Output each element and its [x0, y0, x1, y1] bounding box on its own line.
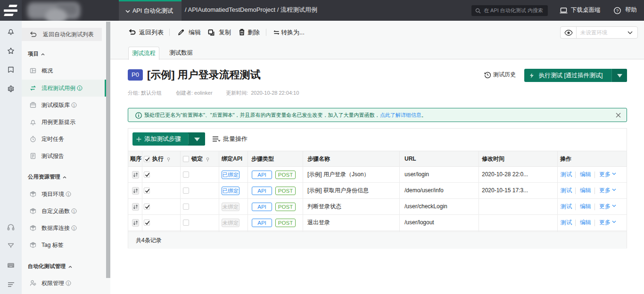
svg-text:?: ? — [616, 8, 619, 13]
svg-text:1: 1 — [73, 209, 75, 213]
svg-text:1: 1 — [79, 86, 81, 90]
svg-text:1: 1 — [67, 281, 70, 286]
svg-text:1: 1 — [67, 192, 70, 196]
svg-text:1: 1 — [73, 103, 75, 107]
svg-text:1: 1 — [73, 226, 75, 230]
